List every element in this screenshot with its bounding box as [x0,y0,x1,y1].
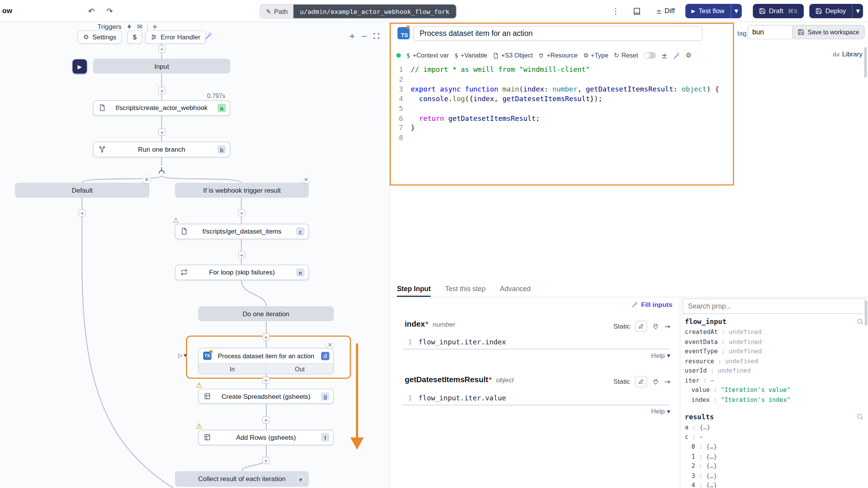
help-link[interactable]: Help ▼ [651,352,670,359]
library-button[interactable]: Library [833,51,863,58]
zoom-in-button[interactable]: + [347,31,358,41]
edit-mode-button[interactable] [635,320,647,332]
tree-row-index[interactable]: index : "Iteration's index" [685,395,863,405]
tree-row-createdAt[interactable]: createdAt : undefined [685,327,863,337]
draft-button[interactable]: Draft ⌘S [753,4,804,18]
tree-row-userId[interactable]: userId : undefined [685,366,863,376]
delete-step-button[interactable] [326,341,334,348]
close-branch-button[interactable] [302,176,310,183]
wand-icon[interactable] [673,52,680,59]
add-context-var-button[interactable]: $+Context var [406,51,449,59]
tree-row-eventType[interactable]: eventType : undefined [685,347,863,356]
add-step-connector[interactable] [158,46,166,53]
add-s3-object-button[interactable]: +S3 Object [493,52,533,59]
deploy-dropdown[interactable]: ▼ [852,4,863,18]
add-step-connector[interactable] [238,251,245,259]
tag-input[interactable] [747,25,794,39]
field-index-expression[interactable]: 1 flow_input.iter.index [402,335,670,349]
search-prop-input[interactable] [683,298,865,314]
node-if-branch[interactable]: If is webhook trigger result [175,183,309,198]
code-editor[interactable]: 1// import * as wmill from "windmill-cli… [391,65,732,183]
scrollbar-thumb[interactable] [865,301,867,326]
triggers-bar[interactable]: Triggers ✉ + [97,22,157,31]
tree-row-iter[interactable]: iter : − [685,376,863,385]
plug-icon[interactable] [652,322,660,330]
tree-row-eventData[interactable]: eventData : undefined [685,337,863,347]
arrow-right-icon[interactable]: → [664,377,670,386]
add-step-connector[interactable] [238,209,245,217]
tree-row-2[interactable]: 2 : {…} [685,461,863,471]
field-result-expression[interactable]: 1 flow_input.iter.value [402,391,670,405]
add-variable-button[interactable]: $+Variable [454,51,487,59]
node-for-loop[interactable]: For loop (skip failures) e [175,265,309,280]
run-from-input-button[interactable]: ▶ [73,59,87,73]
diff-icon[interactable]: ± [661,51,667,60]
diff-button[interactable]: ± Diff [656,5,675,17]
tree-row-resource[interactable]: resource : undefined [685,356,863,366]
add-branch-button[interactable] [157,166,166,177]
node-create-spreadsheet[interactable]: Create Spreadsheet (gsheets) g [198,389,333,404]
kebab-menu-button[interactable]: ⋮ [609,4,622,17]
close-branch-button[interactable] [143,176,151,183]
deploy-button[interactable]: Deploy [809,4,852,18]
node-tab-in[interactable]: In [199,364,266,374]
arrow-right-icon[interactable]: → [664,322,670,330]
fill-inputs-button[interactable]: Fill inputs [632,301,673,308]
plug-icon[interactable] [652,378,660,385]
add-resource-button[interactable]: +Resource [538,52,578,59]
tab-advanced[interactable]: Advanced [500,282,531,297]
add-step-connector[interactable] [158,87,166,94]
node-add-rows[interactable]: Add Rows (gsheets) f [198,430,333,445]
tree-row-c[interactable]: c : − [685,432,863,442]
add-step-connector[interactable] [262,376,270,384]
node-create-actor-webhook[interactable]: f/scripts/create_actor_webhook a [93,100,230,116]
node-run-one-branch[interactable]: Run one branch b [93,142,230,157]
ai-assistant-button[interactable] [205,32,213,42]
path-input[interactable]: ✎ Path u/admin/example_actor_webhook_flo… [260,4,456,18]
zoom-out-button[interactable]: − [359,31,370,41]
edit-mode-button[interactable] [635,376,647,387]
tree-row-0[interactable]: 0 : {…} [685,442,863,452]
search-icon[interactable] [856,318,864,325]
tab-step-input[interactable]: Step Input [397,282,431,297]
tree-row-1[interactable]: 1 : {…} [685,452,863,461]
redo-button[interactable]: ↷ [103,4,116,17]
add-step-connector[interactable] [79,209,86,217]
add-step-connector[interactable] [262,417,270,424]
test-flow-button[interactable]: ▶ Test flow [685,4,731,18]
test-flow-dropdown[interactable]: ▼ [731,4,742,18]
tree-row-value[interactable]: value : "Iteration's value" [685,385,863,395]
add-step-connector[interactable] [262,457,270,464]
node-get-dataset-items[interactable]: f/scripts/get_dataset_items c [175,224,309,239]
run-step-button[interactable]: ▷▼ [178,352,187,358]
node-do-one-iteration[interactable]: Do one iteration [198,306,333,321]
node-tab-out[interactable]: Out [266,364,333,374]
tree-row-a[interactable]: a : {…} [685,422,863,432]
node-default-branch[interactable]: Default [15,183,150,198]
undo-button[interactable]: ↶ [85,4,98,17]
flow-canvas[interactable]: Triggers ✉ + ⚙ Settings $ Error Handler … [0,22,390,488]
reset-button[interactable]: ↻Reset [614,51,638,59]
plus-icon[interactable]: + [152,23,157,30]
help-link[interactable]: Help ▼ [651,408,670,415]
tree-row-4[interactable]: 4 : {…} [685,481,863,488]
tree-row-3[interactable]: 3 : {…} [685,471,863,481]
settings-button[interactable]: ⚙ Settings [78,30,122,44]
error-handler-button[interactable]: Error Handler [145,30,206,44]
node-input[interactable]: Input [93,59,230,74]
scrollbar-thumb[interactable] [864,47,867,78]
gear-icon[interactable]: ⚙ [685,51,691,59]
save-to-workspace-button[interactable]: Save to workspace [792,25,865,39]
section-header[interactable]: flow_input [685,317,863,326]
node-collect-result[interactable]: Collect result of each iteration e [175,471,309,487]
tab-test-this-step[interactable]: Test this step [445,282,486,297]
fit-view-button[interactable] [371,31,382,41]
add-type-button[interactable]: ⚙+Type [583,52,608,59]
node-process-dataset-item[interactable]: TS Process dataset item for an action d … [198,348,333,374]
editor-toggle[interactable] [644,52,656,59]
add-step-connector[interactable] [262,333,270,341]
add-step-connector[interactable] [158,129,166,136]
step-title-input[interactable] [413,26,702,41]
static-values-button[interactable]: $ [127,30,142,44]
search-icon[interactable] [856,413,864,420]
